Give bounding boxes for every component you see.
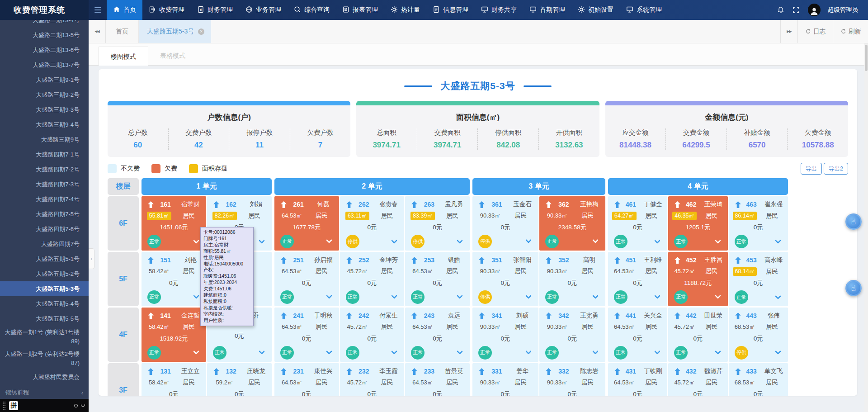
export-button[interactable]: 导出: [801, 163, 822, 175]
chevron-down-icon[interactable]: [592, 293, 599, 299]
chevron-down-icon[interactable]: [775, 293, 781, 299]
chevron-down-icon[interactable]: [326, 237, 332, 243]
chevron-down-icon[interactable]: [715, 293, 721, 299]
status-badge[interactable]: 停供: [411, 235, 425, 248]
unit-cell[interactable]: 362王艳梅90.33㎡居民2348.58元正常: [539, 196, 605, 251]
chevron-down-icon[interactable]: [775, 237, 781, 243]
sidebar-collapse-handle[interactable]: ‹: [89, 248, 94, 269]
chevron-down-icon[interactable]: [326, 348, 332, 355]
unit-cell[interactable]: 351张智阳90.33㎡居民0元停供: [472, 252, 538, 306]
unit-cell[interactable]: 231康佳兴64.53㎡居民0元正常: [274, 363, 339, 396]
status-badge[interactable]: 停供: [346, 235, 359, 248]
unit-cell[interactable]: 141金连哲58.42㎡居民1518.92元正常: [142, 308, 206, 362]
unit-cell[interactable]: 342王宪勇90.33㎡居民0元正常: [539, 308, 605, 362]
sidebar-item[interactable]: 大盛路三期9号: [0, 132, 89, 147]
chevron-down-icon[interactable]: [457, 237, 463, 243]
bell-icon[interactable]: [777, 6, 785, 14]
unit-cell[interactable]: 331姜华90.33㎡居民0元正常: [472, 363, 538, 396]
chevron-down-icon[interactable]: [592, 237, 599, 243]
status-badge[interactable]: 正常: [545, 235, 559, 248]
sidebar-item[interactable]: 大盛路五期5-1号: [0, 251, 89, 266]
sidebar-item[interactable]: 大盛路四期7-2号: [0, 162, 89, 177]
status-badge[interactable]: 正常: [346, 290, 359, 304]
ime-punctuation-icon[interactable]: [74, 404, 78, 407]
scrollbar-thumb[interactable]: [865, 45, 868, 71]
unit-cell[interactable]: 263孟凡勇83.39㎡居民0元停供: [405, 196, 470, 251]
chevron-down-icon[interactable]: [193, 237, 199, 243]
ime-bar[interactable]: 拼: [0, 399, 89, 412]
unit-cell[interactable]: 443张伟68.53㎡居民0元停供: [729, 308, 788, 362]
nav-item[interactable]: 热计量: [384, 0, 426, 20]
nav-item[interactable]: 首期管理: [523, 0, 571, 20]
content-scrollbar[interactable]: [864, 43, 868, 412]
sidebar-item[interactable]: 大盛路二期13-7号: [0, 57, 89, 72]
nav-item[interactable]: 信息管理: [426, 0, 475, 20]
unit-cell[interactable]: 161宿常财55.81㎡居民1451.06元正常: [142, 196, 206, 251]
nav-item[interactable]: 初始设置: [571, 0, 620, 20]
unit-cell[interactable]: 242付景生45.72㎡居民0元正常: [340, 308, 405, 362]
nav-item[interactable]: ¥财务管理: [191, 0, 239, 20]
unit-cell[interactable]: 451王利维64.53㎡居民0元正常: [608, 252, 667, 306]
status-badge[interactable]: 停供: [735, 346, 748, 360]
unit-cell[interactable]: 151刘艳58.42㎡居民0元正常: [142, 252, 206, 306]
sidebar-item[interactable]: 大淑堡村民委员会: [0, 369, 89, 384]
chevron-down-icon[interactable]: [654, 237, 660, 243]
unit-cell[interactable]: 261何磊64.53㎡居民1677.78元正常: [274, 196, 339, 251]
unit-cell[interactable]: 352高明90.33㎡居民0元正常: [539, 252, 605, 306]
unit-cell[interactable]: 461丁健全64.27㎡居民0元正常: [608, 196, 667, 251]
status-badge[interactable]: 正常: [346, 346, 359, 360]
scroll-hand-button-1[interactable]: ☝: [845, 213, 862, 230]
sidebar-item[interactable]: 大盛路一期2号 (荣利达2号楼87): [0, 348, 89, 369]
nav-item[interactable]: 首页: [107, 0, 142, 20]
nav-item[interactable]: 综合查询: [288, 0, 336, 20]
unit-cell[interactable]: 432魏淑芹45.72㎡居民0元正常: [668, 363, 727, 396]
ime-drag-handle[interactable]: [2, 401, 6, 410]
sidebar-item[interactable]: 大盛路四期7-4号: [0, 192, 89, 207]
sidebar-item[interactable]: 大盛路二期13-4号: [0, 20, 89, 28]
tab-building[interactable]: 大盛路五期5-3号 ×: [139, 20, 211, 43]
sidebar-item[interactable]: 大盛路五期5-2号: [0, 266, 89, 281]
refresh-button[interactable]: 刷新: [833, 20, 868, 43]
status-badge[interactable]: 正常: [411, 290, 425, 304]
chevron-down-icon[interactable]: [592, 348, 599, 355]
status-badge[interactable]: 停供: [478, 290, 492, 304]
unit-cell[interactable]: 332陈志岩90.33㎡居民0元正常: [539, 363, 605, 396]
chevron-down-icon[interactable]: [715, 348, 721, 355]
unit-cell[interactable]: 433单文飞68.53㎡居民0元停供: [729, 363, 788, 396]
menu-toggle-icon[interactable]: [89, 0, 107, 20]
sidebar-item[interactable]: 大盛路四期7-1号: [0, 147, 89, 162]
status-badge[interactable]: 正常: [213, 346, 226, 360]
unit-cell[interactable]: 252金坤芳45.72㎡居民0元正常: [340, 252, 405, 306]
status-badge[interactable]: 正常: [280, 346, 294, 360]
tab-home[interactable]: 首页: [106, 20, 139, 43]
unit-cell[interactable]: 253银皓64.53㎡居民0元正常: [405, 252, 470, 306]
tab-table-view[interactable]: 表格模式: [148, 46, 197, 65]
chevron-left-icon[interactable]: ‹: [81, 389, 83, 396]
sidebar-item[interactable]: 大盛路二期13-5号: [0, 28, 89, 43]
unit-cell[interactable]: 251孙启福64.53㎡居民0元正常: [274, 252, 339, 306]
unit-cell[interactable]: 232李玉霞45.72㎡居民0元正常: [340, 363, 405, 396]
unit-cell[interactable]: 431丁铁刚64.53㎡居民0元正常: [608, 363, 667, 396]
chevron-down-icon[interactable]: [193, 293, 199, 299]
status-badge[interactable]: 正常: [147, 290, 161, 304]
scroll-hand-button-2[interactable]: ☝: [845, 280, 862, 296]
close-tab-icon[interactable]: ×: [198, 28, 204, 35]
unit-cell[interactable]: 441关兴全64.53㎡居民0元正常: [608, 308, 667, 362]
unit-cell[interactable]: 131王立立58.42㎡居民0元正常: [142, 363, 206, 396]
unit-cell[interactable]: 361玉金石90.33㎡居民0元停供: [472, 196, 538, 251]
chevron-down-icon[interactable]: [654, 293, 660, 299]
avatar[interactable]: [808, 4, 821, 16]
status-badge[interactable]: 正常: [545, 346, 559, 360]
chevron-down-icon[interactable]: [391, 348, 397, 355]
nav-item[interactable]: 报表管理: [336, 0, 384, 20]
unit-cell[interactable]: 442田世荣45.72㎡居民0元正常: [668, 308, 727, 362]
chevron-down-icon[interactable]: [391, 237, 397, 243]
unit-cell[interactable]: 463崔永强86.14㎡居民0元正常: [729, 196, 788, 251]
sidebar-item[interactable]: 大盛路五期5-4号: [0, 296, 89, 311]
sidebar-item[interactable]: 大盛路四期7-6号: [0, 222, 89, 237]
status-badge[interactable]: 正常: [478, 346, 492, 360]
unit-cell[interactable]: 243袁远64.53㎡居民0元正常: [405, 308, 470, 362]
status-badge[interactable]: 正常: [545, 290, 559, 304]
unit-cell[interactable]: 132庄晓龙59.2㎡居民0元正常: [207, 363, 272, 396]
chevron-down-icon[interactable]: [715, 237, 721, 243]
